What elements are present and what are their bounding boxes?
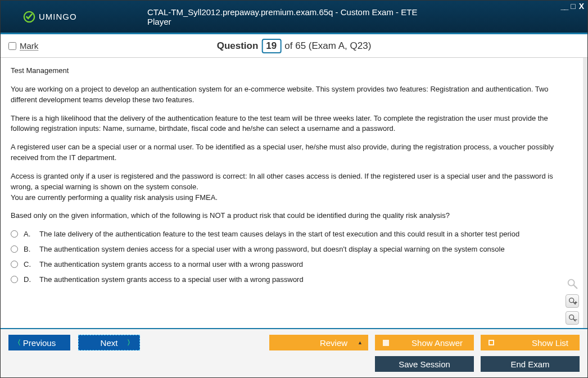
minimize-button[interactable]: __	[561, 2, 568, 11]
answer-option[interactable]: B. The authentication system denies acce…	[11, 244, 573, 255]
checkmark-icon	[23, 11, 35, 23]
option-radio[interactable]	[11, 230, 18, 238]
zoom-out-button[interactable]: −	[566, 311, 579, 325]
header-bar: UMINGO CTAL-TM_Syll2012.prepaway.premium…	[1, 1, 587, 34]
mark-control[interactable]: Mark	[8, 41, 38, 51]
button-label: End Exam	[510, 359, 549, 369]
option-radio[interactable]	[11, 245, 18, 253]
option-radio[interactable]	[11, 276, 18, 283]
square-icon	[383, 340, 389, 346]
question-position: Question 19 of 65 (Exam A, Q23)	[217, 39, 372, 53]
brand-name: UMINGO	[39, 12, 77, 21]
question-prompt: Based only on the given information, whi…	[11, 211, 573, 221]
square-outline-icon	[489, 340, 494, 345]
brand-logo: UMINGO	[23, 11, 77, 23]
option-letter: D.	[24, 275, 34, 285]
question-para: You are currently performing a quality r…	[11, 193, 573, 203]
show-list-button[interactable]: Show List	[481, 335, 580, 350]
question-bar: Mark Question 19 of 65 (Exam A, Q23)	[1, 34, 587, 58]
option-text: The late delivery of the authentication …	[39, 229, 519, 240]
button-label: Review	[320, 338, 347, 348]
answer-options: A. The late delivery of the authenticati…	[11, 229, 573, 285]
window-controls: __ □ X	[561, 2, 584, 11]
question-para: A registered user can be a special user …	[11, 142, 573, 163]
action-buttons: Review ▲ Show Answer Show List	[269, 335, 580, 350]
search-icon	[566, 277, 578, 290]
question-total: of 65 (Exam A, Q23)	[284, 40, 371, 52]
zoom-in-button[interactable]: +	[566, 294, 579, 308]
window-title: CTAL-TM_Syll2012.prepaway.premium.exam.6…	[147, 7, 441, 26]
mark-checkbox[interactable]	[8, 42, 16, 50]
save-session-button[interactable]: Save Session	[375, 356, 474, 372]
chevron-left-icon: 〈	[14, 338, 21, 348]
button-label: Save Session	[399, 359, 450, 369]
svg-line-2	[574, 285, 577, 289]
answer-option[interactable]: C. The authentication system grants acce…	[11, 259, 573, 270]
button-label: Previous	[23, 338, 56, 348]
app-window: __ □ X UMINGO CTAL-TM_Syll2012.prepaway.…	[0, 0, 588, 378]
review-button[interactable]: Review ▲	[269, 335, 368, 350]
minus-icon: −	[575, 316, 577, 324]
question-para: Access is granted only if a user is regi…	[11, 171, 573, 193]
option-radio[interactable]	[11, 261, 18, 268]
question-topic: Test Management	[11, 66, 573, 76]
triangle-up-icon: ▲	[358, 340, 363, 345]
search-button[interactable]	[565, 276, 580, 291]
show-answer-button[interactable]: Show Answer	[375, 335, 474, 350]
nav-buttons: 〈 Previous Next 〉	[8, 335, 140, 350]
plus-icon: +	[575, 299, 577, 307]
end-exam-button[interactable]: End Exam	[481, 356, 580, 372]
button-label: Next	[101, 338, 118, 348]
option-letter: A.	[24, 229, 34, 240]
question-para: You are working on a project to develop …	[11, 84, 573, 106]
option-text: The authentication system grants access …	[39, 259, 303, 270]
footer-bar: 〈 Previous Next 〉 Review ▲ Show Answer	[1, 328, 587, 377]
maximize-button[interactable]: □	[571, 2, 575, 11]
answer-option[interactable]: A. The late delivery of the authenticati…	[11, 229, 573, 240]
close-button[interactable]: X	[579, 2, 584, 11]
chevron-right-icon: 〉	[127, 338, 134, 348]
question-content: Test Management You are working on a pro…	[1, 58, 587, 328]
question-para: There is a high likelihood that the deli…	[11, 113, 573, 135]
question-number: 19	[261, 39, 281, 53]
option-text: The authentication system denies access …	[39, 244, 505, 255]
option-letter: B.	[24, 244, 34, 255]
button-label: Show Answer	[411, 338, 463, 348]
question-word: Question	[217, 40, 259, 52]
zoom-controls: + −	[565, 276, 580, 325]
answer-option[interactable]: D. The authentication system grants acce…	[11, 275, 573, 285]
button-label: Show List	[532, 338, 568, 348]
mark-label[interactable]: Mark	[20, 41, 38, 51]
next-button[interactable]: Next 〉	[78, 335, 140, 350]
option-letter: C.	[24, 259, 34, 270]
option-text: The authentication system grants access …	[39, 275, 304, 285]
previous-button[interactable]: 〈 Previous	[8, 335, 70, 350]
